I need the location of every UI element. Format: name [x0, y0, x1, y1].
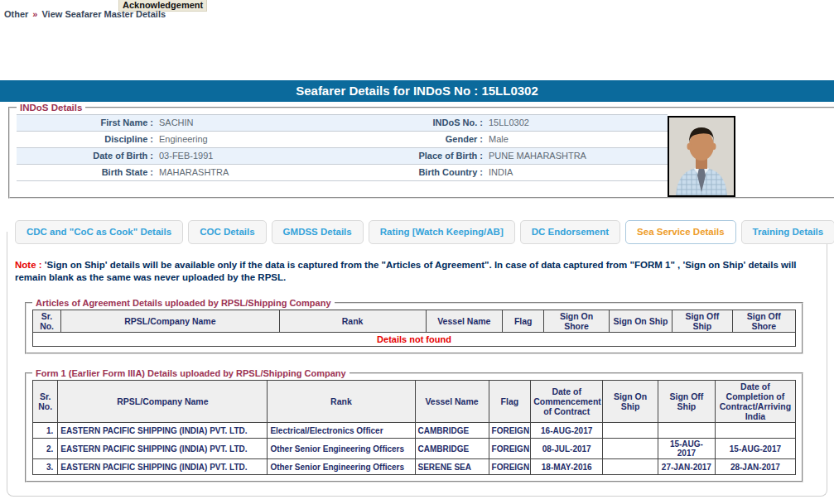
- cell-vessel: SERENE SEA: [415, 459, 489, 475]
- col-flag: Flag: [489, 381, 531, 423]
- col-flag: Flag: [503, 310, 544, 333]
- cell-commencement-date: 08-JUL-2017: [531, 439, 603, 459]
- cell-vessel: CAMBRIDGE: [415, 423, 489, 439]
- articles-table: Sr. No. RPSL/Company Name Rank Vessel Na…: [32, 310, 796, 347]
- col-date-of-commencement: Date of Commencement of Contract: [531, 381, 603, 423]
- place-of-birth-value: PUNE MAHARASHTRA: [489, 148, 668, 164]
- articles-legend: Articles of Agreement Details uploaded b…: [32, 298, 335, 308]
- cell-vessel: CAMBRIDGE: [415, 439, 489, 459]
- cell-company: EASTERN PACIFIC SHIPPING (INDIA) PVT. LT…: [58, 439, 268, 459]
- breadcrumb: Other»View Seafarer Master Details: [4, 9, 166, 19]
- tab-bar: CDC and "CoC as Cook" Details COC Detail…: [15, 220, 834, 244]
- breadcrumb-separator: »: [28, 9, 41, 19]
- cell-flag: FOREIGN: [489, 423, 531, 439]
- birth-country-value: INDIA: [489, 165, 668, 180]
- cell-rank: Other Senior Engineering Officers: [268, 459, 415, 475]
- note-prefix: Note :: [15, 260, 42, 270]
- empty-row: Details not found: [33, 333, 796, 347]
- col-sign-off-ship: Sign Off Ship: [673, 310, 732, 333]
- cell-completion-date: 28-JAN-2017: [715, 459, 795, 475]
- tab-dc-endorsement[interactable]: DC Endorsement: [520, 220, 620, 244]
- table-header-row: Sr. No. RPSL/Company Name Rank Vessel Na…: [33, 381, 796, 423]
- sign-on-ship-note: Note : 'Sign on Ship' details will be av…: [15, 259, 820, 284]
- date-of-birth-label: Date of Birth :: [17, 148, 159, 164]
- col-sign-on-shore: Sign On Shore: [544, 310, 609, 333]
- detail-row: Date of Birth : 03-FEB-1991 Place of Bir…: [17, 148, 668, 165]
- cell-sign-off-ship: [658, 423, 715, 439]
- place-of-birth-label: Place of Birth :: [368, 148, 489, 164]
- indos-details-grid: First Name : SACHIN INDoS No. : 15LL0302…: [17, 114, 668, 181]
- col-rank: Rank: [268, 381, 415, 423]
- col-sign-on-ship: Sign On Ship: [603, 381, 658, 423]
- cell-sign-on-ship: [603, 439, 658, 459]
- detail-row: Birth State : MAHARASHTRA Birth Country …: [17, 165, 668, 181]
- breadcrumb-page: View Seafarer Master Details: [41, 9, 166, 19]
- birth-country-label: Birth Country :: [368, 165, 489, 180]
- tab-training-details[interactable]: Training Details: [741, 220, 834, 244]
- cell-commencement-date: 16-AUG-2017: [531, 423, 603, 439]
- cell-rank: Other Senior Engineering Officers: [268, 439, 415, 459]
- details-not-found-message: Details not found: [33, 333, 796, 347]
- gender-value: Male: [489, 132, 668, 147]
- gender-label: Gender :: [368, 132, 489, 147]
- col-date-of-completion: Date of Completion of Contract/Arriving …: [715, 381, 795, 423]
- form1-fieldset: Form 1 (Earlier Form IIIA) Details uploa…: [25, 368, 803, 482]
- cell-completion-date: [715, 423, 795, 439]
- cell-rank: Electrical/Electronics Officer: [268, 423, 415, 439]
- table-row: 3. EASTERN PACIFIC SHIPPING (INDIA) PVT.…: [33, 459, 796, 475]
- col-sr-no: Sr. No.: [33, 310, 61, 333]
- detail-row: First Name : SACHIN INDoS No. : 15LL0302: [17, 115, 668, 132]
- birth-state-label: Birth State :: [17, 165, 159, 180]
- cell-flag: FOREIGN: [489, 439, 531, 459]
- cell-sign-on-ship: [603, 459, 658, 475]
- cell-company: EASTERN PACIFIC SHIPPING (INDIA) PVT. LT…: [58, 423, 268, 439]
- discipline-label: Discipline :: [17, 132, 159, 147]
- breadcrumb-section[interactable]: Other: [4, 9, 28, 19]
- cell-flag: FOREIGN: [489, 459, 531, 475]
- note-text: 'Sign on Ship' details will be available…: [15, 260, 797, 282]
- cell-sign-off-ship: 15-AUG-2017: [658, 439, 715, 459]
- col-vessel-name: Vessel Name: [426, 310, 503, 333]
- table-row: 2. EASTERN PACIFIC SHIPPING (INDIA) PVT.…: [33, 439, 796, 459]
- col-vessel-name: Vessel Name: [415, 381, 489, 423]
- col-rpsl-company-name: RPSL/Company Name: [58, 381, 268, 423]
- cell-company: EASTERN PACIFIC SHIPPING (INDIA) PVT. LT…: [58, 459, 268, 475]
- cell-sr-no: 3.: [33, 459, 58, 475]
- col-sign-off-ship: Sign Off Ship: [658, 381, 715, 423]
- first-name-value: SACHIN: [159, 115, 368, 131]
- indos-no-label: INDoS No. :: [368, 115, 489, 131]
- detail-row: Discipline : Engineering Gender : Male: [17, 132, 668, 148]
- col-sign-off-shore: Sign Off Shore: [732, 310, 795, 333]
- cell-commencement-date: 18-MAY-2016: [531, 459, 603, 475]
- form1-table: Sr. No. RPSL/Company Name Rank Vessel Na…: [32, 380, 796, 475]
- tab-rating-watch-keeping-ab[interactable]: Rating [Watch Keeping/AB]: [369, 220, 515, 244]
- tab-sea-service-details[interactable]: Sea Service Details: [625, 220, 736, 244]
- form1-legend: Form 1 (Earlier Form IIIA) Details uploa…: [32, 368, 350, 378]
- date-of-birth-value: 03-FEB-1991: [159, 148, 368, 164]
- seafarer-photo: [668, 116, 735, 197]
- table-row: 1. EASTERN PACIFIC SHIPPING (INDIA) PVT.…: [33, 423, 796, 439]
- col-sign-on-ship: Sign On Ship: [609, 310, 672, 333]
- tab-cdc-coc-as-cook-details[interactable]: CDC and "CoC as Cook" Details: [15, 220, 183, 244]
- page-title: Seafarer Details for INDoS No : 15LL0302: [0, 80, 834, 102]
- first-name-label: First Name :: [17, 115, 159, 131]
- cell-sr-no: 1.: [33, 423, 58, 439]
- discipline-value: Engineering: [159, 132, 368, 147]
- col-rpsl-company-name: RPSL/Company Name: [61, 310, 279, 333]
- indos-details-legend: INDoS Details: [17, 103, 85, 113]
- indos-no-value: 15LL0302: [489, 115, 668, 131]
- col-rank: Rank: [279, 310, 426, 333]
- articles-of-agreement-fieldset: Articles of Agreement Details uploaded b…: [25, 298, 803, 354]
- tab-gmdss-details[interactable]: GMDSS Details: [272, 220, 364, 244]
- table-header-row: Sr. No. RPSL/Company Name Rank Vessel Na…: [33, 310, 796, 333]
- cell-completion-date: 15-AUG-2017: [715, 439, 795, 459]
- cell-sign-off-ship: 27-JAN-2017: [658, 459, 715, 475]
- col-sr-no: Sr. No.: [33, 381, 58, 423]
- cell-sr-no: 2.: [33, 439, 58, 459]
- birth-state-value: MAHARASHTRA: [159, 165, 368, 180]
- cell-sign-on-ship: [603, 423, 658, 439]
- tab-coc-details[interactable]: COC Details: [188, 220, 266, 244]
